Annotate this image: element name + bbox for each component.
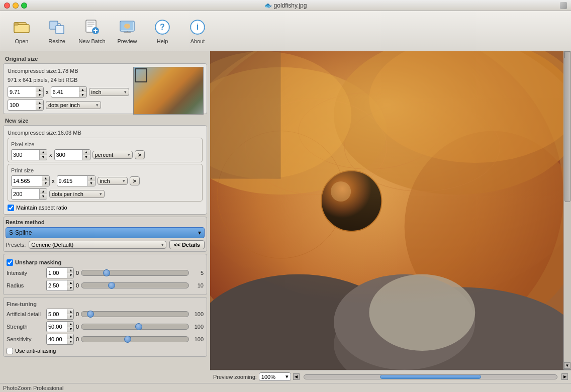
sensitivity-field[interactable] (47, 336, 67, 343)
artificial-slider[interactable] (81, 311, 189, 317)
scroll-thumb-vertical[interactable] (564, 51, 570, 202)
pixel-height-down[interactable]: ▼ (83, 155, 90, 160)
presets-select[interactable]: Generic (Default) ▾ (29, 241, 166, 249)
scroll-left-arrow[interactable]: ◀ (293, 373, 300, 380)
open-button[interactable]: Open (4, 14, 39, 49)
original-width-up[interactable]: ▲ (36, 87, 43, 92)
window-controls[interactable] (4, 3, 27, 9)
sensitivity-slider[interactable] (81, 336, 189, 342)
intensity-up[interactable]: ▲ (67, 268, 74, 273)
strength-spinners[interactable]: ▲ ▼ (67, 322, 74, 332)
original-dpi-spinners[interactable]: ▲ ▼ (36, 100, 43, 110)
artificial-input[interactable]: ▲ ▼ (46, 309, 74, 320)
anti-aliasing-checkbox[interactable] (7, 348, 13, 354)
radius-spinners[interactable]: ▲ ▼ (67, 280, 74, 290)
artificial-field[interactable] (47, 311, 67, 318)
print-width-up[interactable]: ▲ (42, 176, 49, 181)
print-height-up[interactable]: ▲ (88, 176, 95, 181)
radius-up[interactable]: ▲ (67, 280, 74, 285)
new-batch-button[interactable]: New Batch (74, 14, 110, 49)
print-dpi-up[interactable]: ▲ (40, 189, 47, 194)
intensity-spinners[interactable]: ▲ ▼ (67, 268, 74, 278)
original-height-down[interactable]: ▼ (79, 92, 86, 97)
print-height-input[interactable]: ▲ ▼ (57, 175, 96, 186)
resize-method-select[interactable]: S-Spline ▾ (6, 227, 205, 238)
radius-input[interactable]: ▲ ▼ (46, 280, 74, 291)
sensitivity-up[interactable]: ▲ (67, 334, 74, 339)
vertical-scrollbar[interactable]: ▲ ▼ (563, 51, 571, 369)
print-dpi-field[interactable] (12, 190, 39, 198)
print-width-spinners[interactable]: ▲ ▼ (42, 176, 49, 186)
print-unit-select[interactable]: inch ▾ (98, 177, 128, 185)
pixel-width-spinners[interactable]: ▲ ▼ (39, 150, 47, 160)
original-unit-select[interactable]: inch ▾ (89, 88, 129, 96)
artificial-down[interactable]: ▼ (67, 314, 74, 319)
close-button[interactable] (4, 3, 10, 9)
print-dpi-input[interactable]: ▲ ▼ (11, 188, 47, 200)
print-height-field[interactable] (57, 177, 87, 184)
pixel-width-field[interactable] (12, 151, 39, 158)
radius-down[interactable]: ▼ (67, 285, 74, 290)
print-dpi-unit-select[interactable]: dots per inch ▾ (49, 190, 105, 198)
print-width-down[interactable]: ▼ (42, 181, 49, 186)
strength-slider[interactable] (81, 324, 189, 330)
maximize-button[interactable] (21, 3, 27, 9)
print-width-field[interactable] (12, 177, 42, 184)
original-height-spinners[interactable]: ▲ ▼ (79, 87, 86, 97)
pixel-height-spinners[interactable]: ▲ ▼ (82, 150, 90, 160)
print-go-button[interactable]: > (130, 176, 140, 185)
resize-button[interactable]: Resize (39, 14, 74, 49)
original-width-down[interactable]: ▼ (36, 92, 43, 97)
strength-down[interactable]: ▼ (67, 327, 74, 332)
scroll-thumb-horizontal[interactable] (380, 375, 481, 379)
resize-control[interactable] (560, 2, 567, 9)
original-dpi-field[interactable] (8, 102, 36, 109)
original-height-field[interactable] (51, 88, 79, 95)
pixel-unit-select[interactable]: percent ▾ (92, 151, 133, 159)
zoom-select[interactable]: 100% ▾ (259, 372, 291, 381)
intensity-field[interactable] (47, 269, 67, 276)
intensity-down[interactable]: ▼ (67, 273, 74, 278)
original-height-up[interactable]: ▲ (79, 87, 86, 92)
sensitivity-spinners[interactable]: ▲ ▼ (67, 334, 74, 344)
scroll-down-arrow[interactable]: ▼ (564, 362, 570, 369)
help-button[interactable]: ? Help (145, 14, 180, 49)
artificial-up[interactable]: ▲ (67, 309, 74, 314)
about-button[interactable]: i About (180, 14, 215, 49)
original-width-field[interactable] (8, 88, 36, 95)
pixel-height-input[interactable]: ▲ ▼ (54, 149, 90, 160)
radius-slider[interactable] (81, 282, 189, 288)
print-height-down[interactable]: ▼ (88, 181, 95, 186)
original-height-input[interactable]: ▲ ▼ (51, 86, 87, 97)
artificial-thumb[interactable] (87, 311, 94, 318)
print-dpi-spinners[interactable]: ▲ ▼ (39, 189, 47, 199)
radius-thumb[interactable] (108, 282, 115, 289)
intensity-slider[interactable] (81, 270, 189, 276)
pixel-height-field[interactable] (55, 151, 82, 158)
unsharp-checkbox[interactable] (7, 259, 13, 266)
strength-up[interactable]: ▲ (67, 322, 74, 327)
pixel-width-up[interactable]: ▲ (40, 150, 47, 155)
radius-field[interactable] (47, 282, 67, 289)
intensity-input[interactable]: ▲ ▼ (46, 267, 74, 278)
pixel-go-button[interactable]: > (135, 150, 145, 159)
pixel-width-input[interactable]: ▲ ▼ (11, 149, 47, 160)
pixel-height-up[interactable]: ▲ (83, 150, 90, 155)
original-width-input[interactable]: ▲ ▼ (8, 86, 44, 97)
strength-field[interactable] (47, 323, 67, 330)
sensitivity-down[interactable]: ▼ (67, 339, 74, 344)
aspect-ratio-checkbox[interactable] (8, 205, 14, 211)
original-dpi-up[interactable]: ▲ (36, 100, 43, 105)
minimize-button[interactable] (13, 3, 19, 9)
artificial-spinners[interactable]: ▲ ▼ (67, 309, 74, 319)
print-dpi-down[interactable]: ▼ (40, 194, 47, 199)
details-button[interactable]: << Details (169, 240, 205, 249)
intensity-thumb[interactable] (103, 269, 110, 276)
scroll-right-arrow[interactable]: ▶ (561, 373, 568, 380)
strength-input[interactable]: ▲ ▼ (46, 321, 74, 332)
horizontal-scrollbar[interactable] (304, 374, 557, 379)
preview-button[interactable]: Preview (110, 14, 145, 49)
pixel-width-down[interactable]: ▼ (40, 155, 47, 160)
strength-thumb[interactable] (135, 323, 142, 330)
original-width-spinners[interactable]: ▲ ▼ (36, 87, 43, 97)
